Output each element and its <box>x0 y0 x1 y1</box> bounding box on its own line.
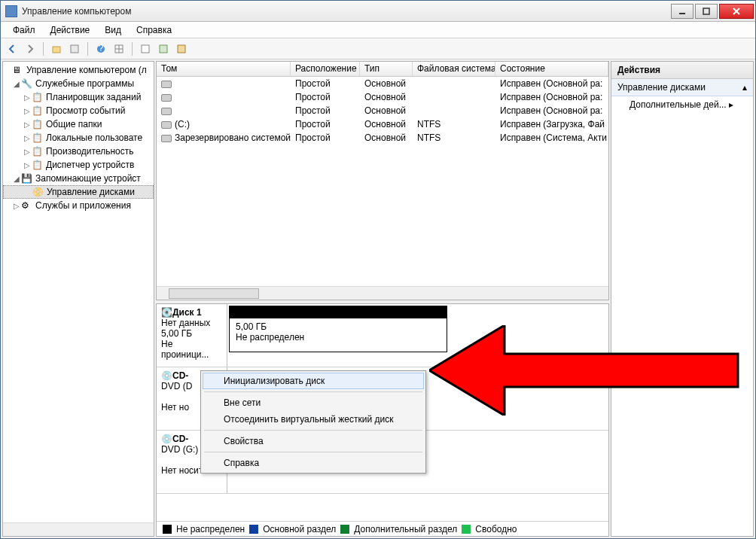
tree-root[interactable]: Управление компьютером (л <box>26 65 147 75</box>
volume-icon <box>161 135 172 142</box>
table-row[interactable]: ПростойОсновнойИсправен (Основной ра: <box>157 104 608 117</box>
col-status[interactable]: Состояние <box>495 62 608 76</box>
tree-item[interactable]: Планировщик заданий <box>46 92 141 102</box>
table-row[interactable]: ПростойОсновнойИсправен (Основной ра: <box>157 77 608 90</box>
minimize-button[interactable] <box>671 4 694 19</box>
tree-item[interactable]: Диспетчер устройств <box>46 160 134 170</box>
menu-file[interactable]: Файл <box>5 23 43 37</box>
disk-size: 5,00 ГБ <box>161 328 222 339</box>
forward-button[interactable] <box>23 42 37 56</box>
grid-icon[interactable] <box>112 42 126 56</box>
toolbar: ? <box>1 38 755 59</box>
storage-icon: 💾 <box>21 173 33 184</box>
disk-nodata: Нет данных <box>161 318 222 328</box>
menu-help[interactable]: Справка <box>129 23 179 37</box>
tool-icon-1[interactable] <box>139 42 152 56</box>
actions-more[interactable]: Дополнительные дей... ▸ <box>611 96 753 113</box>
legend: Не распределен Основной раздел Дополните… <box>157 521 608 536</box>
menu-view[interactable]: Вид <box>97 23 129 37</box>
nav-tree[interactable]: 🖥Управление компьютером (л ◢🔧Служебные п… <box>2 61 154 537</box>
titlebar: Управление компьютером <box>1 1 755 22</box>
tree-storage[interactable]: Запоминающие устройст <box>35 173 141 184</box>
svg-rect-5 <box>71 45 78 53</box>
tree-item[interactable]: Производительность <box>46 146 133 157</box>
grid-scrollbar[interactable] <box>157 286 608 300</box>
table-row[interactable]: ПростойОсновнойИсправен (Основной ра: <box>157 90 608 104</box>
svg-rect-13 <box>178 45 185 53</box>
collapse-icon[interactable]: ◢ <box>12 175 21 183</box>
svg-text:?: ? <box>99 44 104 53</box>
disk-map[interactable]: 💽Диск 1 Нет данных 5,00 ГБ Не проиници..… <box>156 303 609 537</box>
tools-icon: 🔧 <box>21 78 33 89</box>
maximize-button[interactable] <box>695 4 718 19</box>
window-title: Управление компьютером <box>22 6 671 17</box>
disk-state: Не проиници... <box>161 339 222 360</box>
context-menu: Инициализировать диск Вне сети Отсоедини… <box>200 370 426 474</box>
tree-item[interactable]: Общие папки <box>46 119 102 129</box>
legend-primary: Основной раздел <box>263 524 336 534</box>
volume-state: Не распределен <box>236 332 440 343</box>
col-volume[interactable]: Том <box>157 62 291 76</box>
menu-initialize-disk[interactable]: Инициализировать диск <box>203 373 424 389</box>
cd-icon: 💿 <box>161 370 172 381</box>
legend-unalloc: Не распределен <box>176 524 245 534</box>
properties-icon[interactable] <box>68 42 81 56</box>
volume-icon <box>161 108 172 115</box>
disk-icon: 💽 <box>161 307 172 318</box>
cd-name: CD- <box>172 434 188 444</box>
tree-item[interactable]: Локальные пользовате <box>46 132 142 143</box>
disk-name: Диск 1 <box>172 307 202 318</box>
expand-icon[interactable]: ▷ <box>23 134 32 142</box>
help-icon[interactable]: ? <box>94 42 108 56</box>
col-fs[interactable]: Файловая система <box>413 62 495 76</box>
back-button[interactable] <box>5 42 19 56</box>
volume-grid[interactable]: Том Расположение Тип Файловая система Со… <box>156 61 609 300</box>
table-row[interactable]: Зарезервировано системойПростойОсновнойN… <box>157 131 608 145</box>
col-layout[interactable]: Расположение <box>291 62 360 76</box>
tree-scrollbar[interactable] <box>3 522 154 536</box>
expand-icon[interactable]: ▷ <box>23 107 32 115</box>
legend-ext: Дополнительный раздел <box>354 524 457 534</box>
collapse-icon[interactable]: ◢ <box>12 80 21 88</box>
expand-icon[interactable]: ▷ <box>23 161 32 169</box>
actions-header: Действия <box>611 62 753 79</box>
collapse-icon[interactable]: ▴ <box>742 82 747 93</box>
menu-help[interactable]: Справка <box>203 455 424 471</box>
expand-icon[interactable]: ▷ <box>23 93 32 102</box>
computer-icon: 🖥 <box>12 65 24 75</box>
cd-icon: 💿 <box>161 434 172 444</box>
volume-icon <box>161 94 172 102</box>
tree-diskmgmt[interactable]: Управление дисками <box>47 187 135 197</box>
menu-action[interactable]: Действие <box>43 23 98 37</box>
menu-offline[interactable]: Вне сети <box>203 394 424 411</box>
app-icon <box>5 5 17 17</box>
svg-rect-11 <box>142 45 149 53</box>
tool-icon-2[interactable] <box>157 42 170 56</box>
volume-icon <box>161 121 172 129</box>
chevron-right-icon: ▸ <box>729 99 733 110</box>
disk-icon: 📀 <box>32 187 44 197</box>
tool-icon-3[interactable] <box>175 42 188 56</box>
volume-size: 5,00 ГБ <box>236 321 440 332</box>
menu-detach-vhd[interactable]: Отсоединить виртуальный жесткий диск <box>203 411 424 428</box>
table-row[interactable]: (C:)ПростойОсновнойNTFSИсправен (Загрузк… <box>157 117 608 131</box>
volume-header <box>230 306 447 318</box>
volume-icon <box>161 81 172 88</box>
tree-item[interactable]: Просмотр событий <box>46 105 125 116</box>
menubar: Файл Действие Вид Справка <box>1 22 755 38</box>
actions-pane: Действия Управление дисками▴ Дополнитель… <box>611 61 754 537</box>
cd-name: CD- <box>172 370 188 381</box>
actions-section[interactable]: Управление дисками▴ <box>611 79 753 96</box>
tree-services[interactable]: Службы и приложения <box>35 200 131 211</box>
svg-rect-4 <box>53 47 60 53</box>
legend-free: Свободно <box>475 524 517 534</box>
expand-icon[interactable]: ▷ <box>23 148 32 156</box>
col-type[interactable]: Тип <box>360 62 413 76</box>
expand-icon[interactable]: ▷ <box>12 202 21 210</box>
menu-properties[interactable]: Свойства <box>203 433 424 449</box>
svg-rect-1 <box>703 8 709 14</box>
up-icon[interactable] <box>50 42 63 56</box>
tree-system[interactable]: Служебные программы <box>35 78 134 89</box>
close-button[interactable] <box>719 4 754 19</box>
expand-icon[interactable]: ▷ <box>23 120 32 129</box>
